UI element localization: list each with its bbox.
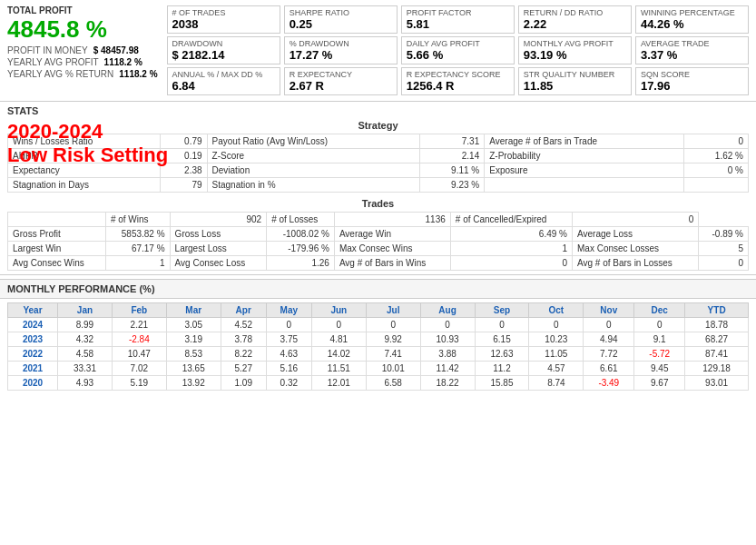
monthly-value: -3.49 <box>584 376 634 391</box>
profit-money-value: $ 48457.98 <box>93 45 139 55</box>
monthly-value: 13.92 <box>166 376 221 391</box>
metrics-row: DRAWDOWN$ 2182.14% DRAWDOWN17.27 %DAILY … <box>167 36 749 64</box>
stat-value <box>683 178 748 193</box>
metric-cell: PROFIT FACTOR5.81 <box>401 5 515 34</box>
yearly-avg-return-value: 1118.2 % <box>119 69 157 79</box>
stat-label: Largest Loss <box>170 242 267 256</box>
monthly-value: -5.72 <box>634 347 685 362</box>
metric-value: 11.85 <box>524 79 626 93</box>
stat-value: 0 <box>683 134 748 149</box>
monthly-value: 11.05 <box>529 347 584 362</box>
monthly-header: Jan <box>58 303 113 318</box>
table-row: # of Wins902# of Losses1136# of Cancelle… <box>8 213 749 227</box>
monthly-value: 3.88 <box>420 347 475 362</box>
monthly-value: 12.01 <box>311 376 366 391</box>
yearly-avg-profit-label: YEARLY AVG PROFIT <box>7 57 99 67</box>
list-item: 20234.32-2.843.193.783.754.819.9210.936.… <box>8 332 749 347</box>
metrics-row: # OF TRADES2038SHARPE RATIO0.25PROFIT FA… <box>167 5 749 34</box>
stat-value: 7.31 <box>420 134 485 149</box>
monthly-value: 68.27 <box>685 332 749 347</box>
metrics-grid: # OF TRADES2038SHARPE RATIO0.25PROFIT FA… <box>167 5 749 95</box>
metric-value: 6.84 <box>172 79 275 93</box>
monthly-value: 87.41 <box>685 347 749 362</box>
monthly-value: 11.51 <box>311 362 366 376</box>
metric-cell: R EXPECTANCY SCORE1256.4 R <box>401 67 515 95</box>
monthly-value: 0 <box>634 318 685 332</box>
stat-value: 0 <box>450 256 572 271</box>
metric-value: 1256.4 R <box>407 79 509 93</box>
table-row: Gross Profit5853.82 %Gross Loss-1008.02 … <box>8 227 749 242</box>
stat-label: Exposure <box>485 164 683 178</box>
monthly-value: 14.02 <box>311 347 366 362</box>
list-item: 20248.992.213.054.520000000018.78 <box>8 318 749 332</box>
total-profit-label: TOTAL PROFIT <box>7 5 158 15</box>
metric-cell: MONTHLY AVG PROFIT93.19 % <box>518 36 632 64</box>
stat-value: 902 <box>170 213 267 227</box>
trades-table: # of Wins902# of Losses1136# of Cancelle… <box>7 212 749 271</box>
table-row: Avg Consec Wins1Avg Consec Loss1.26Avg #… <box>8 256 749 271</box>
stat-value: -1008.02 % <box>267 227 335 242</box>
monthly-value: 3.75 <box>266 332 311 347</box>
stat-label: Wins / Losses Ratio <box>8 134 161 149</box>
metric-value: 5.66 % <box>407 48 509 62</box>
stat-value: 5853.82 % <box>105 227 170 242</box>
stat-value: 1136 <box>334 213 450 227</box>
monthly-value: 0 <box>311 318 366 332</box>
monthly-value: 5.19 <box>112 376 166 391</box>
monthly-header: Jul <box>366 303 420 318</box>
metric-label: STR QUALITY NUMBER <box>524 70 626 79</box>
stat-value: -0.89 % <box>699 227 749 242</box>
monthly-value: 4.58 <box>58 347 113 362</box>
monthly-value: 7.72 <box>584 347 634 362</box>
table-row: Stagnation in Days79Stagnation in %9.23 … <box>8 178 749 193</box>
metrics-row: ANNUAL % / MAX DD %6.84R EXPECTANCY2.67 … <box>167 67 749 95</box>
metric-label: # OF TRADES <box>172 8 275 17</box>
metric-value: 5.81 <box>407 17 509 31</box>
monthly-value: 9.1 <box>634 332 685 347</box>
stat-value: 2.38 <box>161 164 208 178</box>
year-cell: 2023 <box>8 332 58 347</box>
monthly-value: 0 <box>584 318 634 332</box>
profit-block: TOTAL PROFIT 4845.8 % PROFIT IN MONEY $ … <box>7 5 158 79</box>
metric-label: SQN SCORE <box>641 70 743 79</box>
stat-label: Gross Profit <box>8 227 106 242</box>
stat-label: Gross Loss <box>170 227 267 242</box>
stat-value: 9.11 % <box>420 164 485 178</box>
stat-value: 0 <box>573 213 699 227</box>
metric-label: AVERAGE TRADE <box>641 39 743 48</box>
stat-value: 0.79 <box>161 134 208 149</box>
monthly-value: 33.31 <box>58 362 113 376</box>
strategy-section: Strategy Wins / Losses Ratio0.79Payout R… <box>7 120 749 193</box>
stat-label: Avg Consec Wins <box>8 256 106 271</box>
monthly-value: 10.23 <box>529 332 584 347</box>
metric-label: DRAWDOWN <box>172 39 275 48</box>
metric-cell: SQN SCORE17.96 <box>635 67 749 95</box>
stat-label: Z-Score <box>207 149 419 164</box>
monthly-value: 0.32 <box>266 376 311 391</box>
metric-value: 0.25 <box>290 17 392 31</box>
monthly-value: 0 <box>475 318 529 332</box>
monthly-header: Mar <box>166 303 221 318</box>
metric-label: WINNING PERCENTAGE <box>641 8 743 17</box>
stat-value: 1.62 % <box>683 149 748 164</box>
table-row: Largest Win67.17 %Largest Loss-179.96 %M… <box>8 242 749 256</box>
monthly-value: 5.16 <box>266 362 311 376</box>
monthly-value: 18.22 <box>420 376 475 391</box>
trades-title: Trades <box>7 198 749 209</box>
metric-cell: DAILY AVG PROFIT5.66 % <box>401 36 515 64</box>
table-row: AHPR0.19Z-Score2.14Z-Probability1.62 % <box>8 149 749 164</box>
list-item: 20204.935.1913.921.090.3212.016.5818.221… <box>8 376 749 391</box>
monthly-value: 9.45 <box>634 362 685 376</box>
stat-value: 0.19 <box>161 149 208 164</box>
monthly-header: YTD <box>685 303 749 318</box>
monthly-value: 9.67 <box>634 376 685 391</box>
monthly-value: 4.57 <box>529 362 584 376</box>
monthly-value: 10.47 <box>112 347 166 362</box>
metric-cell: ANNUAL % / MAX DD %6.84 <box>167 67 280 95</box>
monthly-value: 7.02 <box>112 362 166 376</box>
monthly-value: 6.15 <box>475 332 529 347</box>
metric-value: 3.37 % <box>641 48 743 62</box>
monthly-value: 2.21 <box>112 318 166 332</box>
metric-cell: WINNING PERCENTAGE44.26 % <box>635 5 749 34</box>
metric-value: 93.19 % <box>524 48 626 62</box>
